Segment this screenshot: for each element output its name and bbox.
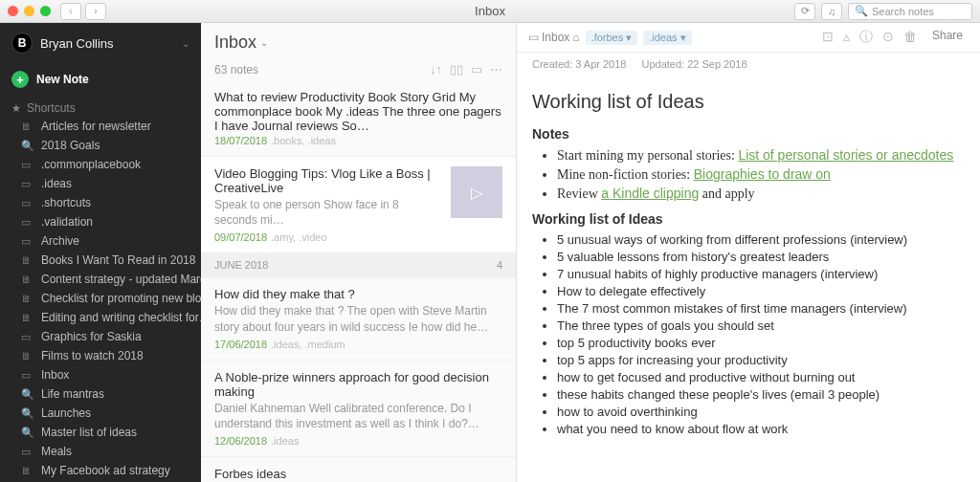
note-item-preview: How did they make that ? The open with S… <box>214 303 502 334</box>
share-button[interactable]: Share <box>926 29 969 46</box>
sidebar-item[interactable]: 🗎Editing and writing checklist for… <box>0 308 201 327</box>
note-body[interactable]: Working list of Ideas Notes Start mining… <box>517 76 980 459</box>
search-placeholder: Search notes <box>872 6 934 17</box>
doc-icon: 🗎 <box>21 350 33 362</box>
account-menu[interactable]: B Bryan Collins ⌄ <box>0 23 201 63</box>
book-icon: ▭ <box>21 197 33 209</box>
sort-button[interactable]: ↓↑ <box>430 62 442 77</box>
note-link[interactable]: a Kindle clipping <box>601 186 699 201</box>
sidebar-item-label: .validation <box>41 215 93 229</box>
plus-icon: + <box>11 71 29 88</box>
sidebar-item[interactable]: 🗎Checklist for promoting new blo… <box>0 289 201 308</box>
list-item: 7 unusual habits of highly productive ma… <box>557 267 965 281</box>
view-button[interactable]: ▯▯ <box>450 62 463 77</box>
history-icon[interactable]: ⊙ <box>882 29 894 46</box>
breadcrumb[interactable]: ▭ Inbox ⌂ <box>528 31 580 44</box>
sidebar-item-label: .shortcuts <box>41 196 91 209</box>
sidebar-item[interactable]: ▭.shortcuts <box>0 193 201 212</box>
note-link[interactable]: Biographies to draw on <box>694 166 831 182</box>
doc-icon: 🗎 <box>21 274 33 285</box>
note-item[interactable]: Forbes ideasLinear progression vs norm f… <box>201 457 516 482</box>
reminder-icon[interactable]: ⊡ <box>822 29 834 46</box>
activity-button[interactable]: ♫ <box>821 3 842 20</box>
note-item-preview: Daniel Kahneman Well calibrated conferen… <box>214 401 502 431</box>
window-title: Inbox <box>475 4 505 18</box>
list-item: Review a Kindle clipping and apply <box>557 186 965 202</box>
book-icon: ▭ <box>21 216 33 229</box>
list-item: How to delegate effectively <box>557 284 965 298</box>
sidebar-item[interactable]: 🗎Content strategy - updated Marc… <box>0 270 201 289</box>
created-date: Created: 3 Apr 2018 <box>532 58 626 70</box>
sidebar-item[interactable]: ▭Archive <box>0 231 201 251</box>
note-item-title: How did they make that ? <box>214 287 502 301</box>
sidebar-item-label: Films to watch 2018 <box>41 349 144 362</box>
list-item: how to get focused and productive withou… <box>557 370 965 384</box>
doc-icon: 🗎 <box>21 120 33 132</box>
sidebar-item[interactable]: ▭Meals <box>0 442 201 461</box>
tag-ideas[interactable]: .ideas ▾ <box>643 31 691 45</box>
note-link[interactable]: List of personal stories or anecdotes <box>738 147 953 163</box>
minimize-icon[interactable] <box>24 6 34 16</box>
note-item-meta: 18/07/2018.books, .ideas <box>214 135 502 146</box>
tag-forbes[interactable]: .forbes ▾ <box>586 31 638 45</box>
filter-button[interactable]: ▭ <box>471 62 482 77</box>
sync-button[interactable]: ⟳ <box>794 3 815 20</box>
note-count: 63 notes <box>214 63 422 77</box>
list-item: 5 valuable lessons from history's greate… <box>557 250 965 264</box>
sidebar-item[interactable]: ▭.commonplacebook <box>0 155 201 174</box>
trash-icon[interactable]: 🗑 <box>903 29 917 46</box>
sidebar-item[interactable]: ▭.validation <box>0 212 201 231</box>
shortcuts-header[interactable]: ★ Shortcuts <box>0 96 201 117</box>
list-item: Mine non-fiction stories: Biographies to… <box>557 166 965 183</box>
search-icon: 🔍 <box>21 407 33 420</box>
chevron-down-icon: ⌄ <box>260 37 268 48</box>
search-icon: 🔍 <box>855 5 868 17</box>
note-item[interactable]: What to review Productivity Book Story G… <box>201 80 516 157</box>
sidebar-item-label: Launches <box>41 406 91 420</box>
new-note-button[interactable]: + New Note <box>0 63 201 96</box>
nav-buttons: ‹ › <box>60 3 106 20</box>
close-icon[interactable] <box>8 6 18 16</box>
info-icon[interactable]: ⓘ <box>859 29 873 46</box>
sidebar-item-label: 2018 Goals <box>41 139 100 152</box>
sidebar: B Bryan Collins ⌄ + New Note ★ Shortcuts… <box>0 23 201 482</box>
sidebar-item[interactable]: 🗎Films to watch 2018 <box>0 346 201 365</box>
present-icon[interactable]: ▵ <box>843 29 850 46</box>
list-item: what you need to know about flow at work <box>557 422 965 436</box>
note-item[interactable]: A Noble-prize winners approach for good … <box>201 361 516 457</box>
sidebar-item[interactable]: 🔍Life mantras <box>0 384 201 404</box>
book-icon: ▭ <box>21 235 33 248</box>
note-item-title: Forbes ideas <box>214 467 502 481</box>
search-input[interactable]: 🔍 Search notes <box>848 3 972 20</box>
sidebar-item[interactable]: 🔍Launches <box>0 404 201 423</box>
note-item-title: What to review Productivity Book Story G… <box>214 90 502 133</box>
note-item[interactable]: How did they make that ?How did they mak… <box>201 277 516 360</box>
sidebar-item[interactable]: 🔍Master list of ideas <box>0 423 201 442</box>
back-button[interactable]: ‹ <box>60 3 81 20</box>
sidebar-item-label: Life mantras <box>41 387 104 401</box>
list-item: 5 unusual ways of working from different… <box>557 232 965 247</box>
sidebar-item[interactable]: 🗎Articles for newsletter <box>0 117 201 136</box>
notes-heading: Notes <box>532 126 965 142</box>
sidebar-item[interactable]: ▭Inbox <box>0 365 201 384</box>
sidebar-item[interactable]: ▭.ideas <box>0 174 201 193</box>
more-button[interactable]: ⋯ <box>490 62 502 77</box>
titlebar: ‹ › Inbox ⟳ ♫ 🔍 Search notes <box>0 0 980 23</box>
maximize-icon[interactable] <box>40 6 51 16</box>
new-note-label: New Note <box>36 73 89 86</box>
sidebar-item-label: Checklist for promoting new blo… <box>41 292 201 305</box>
forward-button[interactable]: › <box>85 3 106 20</box>
sidebar-item[interactable]: ▭Graphics for Saskia <box>0 327 201 346</box>
search-icon: 🔍 <box>21 388 33 401</box>
user-name: Bryan Collins <box>40 36 174 51</box>
shortcuts-label: Shortcuts <box>27 101 76 115</box>
sidebar-item-label: .ideas <box>41 177 72 190</box>
sidebar-item[interactable]: 🗎Books I Want To Read in 2018 <box>0 251 201 270</box>
sidebar-item-label: Master list of ideas <box>41 426 137 439</box>
list-title[interactable]: Inbox ⌄ <box>214 33 502 53</box>
sidebar-item[interactable]: 🗎My Facebook ad strategy <box>0 461 201 480</box>
sidebar-item-label: Books I Want To Read in 2018 <box>41 253 195 267</box>
sidebar-item[interactable]: 🔍2018 Goals <box>0 136 201 155</box>
note-item-meta: 12/06/2018.ideas <box>214 435 502 447</box>
note-item[interactable]: ▷Video Blogging Tips: Vlog Like a Boss |… <box>201 157 516 253</box>
